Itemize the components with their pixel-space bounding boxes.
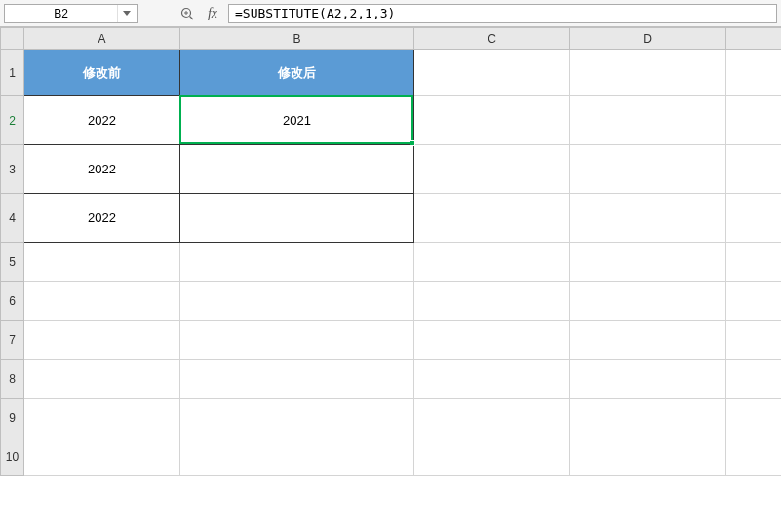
col-header-D[interactable]: D bbox=[570, 28, 726, 50]
row-header-10[interactable]: 10 bbox=[1, 437, 24, 476]
cell-E1[interactable] bbox=[726, 50, 782, 96]
grid: A B C D 1 修改前 修改后 2 2022 2021 3 2022 bbox=[0, 27, 781, 476]
row-8: 8 bbox=[1, 360, 782, 399]
cell-A10[interactable] bbox=[24, 437, 180, 476]
cell-E9[interactable] bbox=[726, 399, 782, 437]
cell-D3[interactable] bbox=[570, 145, 726, 194]
cell-D5[interactable] bbox=[570, 243, 726, 282]
cell-B1[interactable]: 修改后 bbox=[180, 50, 414, 96]
cell-C7[interactable] bbox=[414, 321, 570, 360]
cell-A7[interactable] bbox=[24, 321, 180, 360]
cell-C5[interactable] bbox=[414, 243, 570, 282]
cell-C8[interactable] bbox=[414, 360, 570, 399]
fx-icon[interactable]: fx bbox=[203, 4, 222, 23]
cell-D9[interactable] bbox=[570, 399, 726, 437]
svg-line-1 bbox=[190, 16, 194, 19]
cell-C6[interactable] bbox=[414, 282, 570, 321]
cell-D8[interactable] bbox=[570, 360, 726, 399]
cell-A9[interactable] bbox=[24, 399, 180, 437]
cell-E2[interactable] bbox=[726, 96, 782, 145]
name-box[interactable] bbox=[5, 5, 117, 22]
row-7: 7 bbox=[1, 321, 782, 360]
name-box-container bbox=[4, 4, 138, 23]
formula-bar: fx bbox=[0, 0, 781, 27]
select-all-corner[interactable] bbox=[1, 28, 24, 50]
cell-A3[interactable]: 2022 bbox=[24, 145, 180, 194]
fill-handle[interactable] bbox=[410, 140, 415, 146]
row-header-8[interactable]: 8 bbox=[1, 360, 24, 399]
name-box-dropdown[interactable] bbox=[117, 5, 135, 22]
row-header-3[interactable]: 3 bbox=[1, 145, 24, 194]
cell-E8[interactable] bbox=[726, 360, 782, 399]
col-header-B[interactable]: B bbox=[180, 28, 414, 50]
row-6: 6 bbox=[1, 282, 782, 321]
row-header-5[interactable]: 5 bbox=[1, 243, 24, 282]
cell-D1[interactable] bbox=[570, 50, 726, 96]
cell-C1[interactable] bbox=[414, 50, 570, 96]
cell-D2[interactable] bbox=[570, 96, 726, 145]
cell-C9[interactable] bbox=[414, 399, 570, 437]
row-4: 4 2022 bbox=[1, 194, 782, 243]
cell-B10[interactable] bbox=[180, 437, 414, 476]
row-header-2[interactable]: 2 bbox=[1, 96, 24, 145]
cell-B9[interactable] bbox=[180, 399, 414, 437]
zoom-icon[interactable] bbox=[177, 4, 197, 23]
column-headers: A B C D bbox=[1, 28, 782, 50]
row-header-6[interactable]: 6 bbox=[1, 282, 24, 321]
row-header-9[interactable]: 9 bbox=[1, 399, 24, 437]
cell-C4[interactable] bbox=[414, 194, 570, 243]
row-10: 10 bbox=[1, 437, 782, 476]
row-1: 1 修改前 修改后 bbox=[1, 50, 782, 96]
cell-B2[interactable]: 2021 bbox=[180, 96, 414, 145]
cell-E10[interactable] bbox=[726, 437, 782, 476]
cell-C10[interactable] bbox=[414, 437, 570, 476]
cell-D6[interactable] bbox=[570, 282, 726, 321]
cell-D4[interactable] bbox=[570, 194, 726, 243]
cell-A2[interactable]: 2022 bbox=[24, 96, 180, 145]
cell-B3[interactable] bbox=[180, 145, 414, 194]
cell-B8[interactable] bbox=[180, 360, 414, 399]
cell-E7[interactable] bbox=[726, 321, 782, 360]
row-header-7[interactable]: 7 bbox=[1, 321, 24, 360]
row-header-1[interactable]: 1 bbox=[1, 50, 24, 96]
cell-E5[interactable] bbox=[726, 243, 782, 282]
row-2: 2 2022 2021 bbox=[1, 96, 782, 145]
row-3: 3 2022 bbox=[1, 145, 782, 194]
cell-A5[interactable] bbox=[24, 243, 180, 282]
cell-A6[interactable] bbox=[24, 282, 180, 321]
cell-A4[interactable]: 2022 bbox=[24, 194, 180, 243]
col-header-E[interactable] bbox=[726, 28, 782, 50]
cell-E4[interactable] bbox=[726, 194, 782, 243]
magnifier-icon bbox=[180, 7, 194, 20]
cell-C2[interactable] bbox=[414, 96, 570, 145]
cell-D10[interactable] bbox=[570, 437, 726, 476]
cell-A1[interactable]: 修改前 bbox=[24, 50, 180, 96]
row-5: 5 bbox=[1, 243, 782, 282]
cell-D7[interactable] bbox=[570, 321, 726, 360]
formula-input[interactable] bbox=[228, 4, 777, 23]
row-9: 9 bbox=[1, 399, 782, 437]
cell-B5[interactable] bbox=[180, 243, 414, 282]
col-header-C[interactable]: C bbox=[414, 28, 570, 50]
cell-E6[interactable] bbox=[726, 282, 782, 321]
cell-B7[interactable] bbox=[180, 321, 414, 360]
cell-A8[interactable] bbox=[24, 360, 180, 399]
spreadsheet-area: A B C D 1 修改前 修改后 2 2022 2021 3 2022 bbox=[0, 27, 781, 532]
col-header-A[interactable]: A bbox=[24, 28, 180, 50]
cell-B4[interactable] bbox=[180, 194, 414, 243]
chevron-down-icon bbox=[123, 11, 131, 16]
cell-B6[interactable] bbox=[180, 282, 414, 321]
cell-C3[interactable] bbox=[414, 145, 570, 194]
row-header-4[interactable]: 4 bbox=[1, 194, 24, 243]
cell-E3[interactable] bbox=[726, 145, 782, 194]
